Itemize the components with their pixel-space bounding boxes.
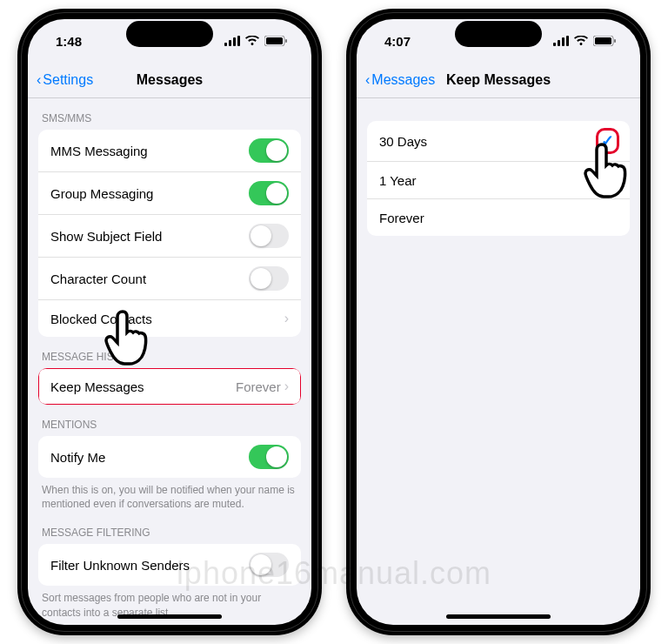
chevron-left-icon: ‹ (37, 72, 41, 88)
row-label: Forever (379, 211, 424, 225)
section-footer-notify: When this is on, you will be notified wh… (28, 478, 311, 513)
row-label: Filter Unknown Senders (50, 558, 190, 573)
row-option-30days[interactable]: 30 Days ✓ (367, 121, 630, 161)
chevron-right-icon: › (284, 311, 289, 326)
phone-left-frame: 1:48 ‹ Settings Messages SMS/MMS MM (17, 9, 322, 635)
nav-bar: ‹ Settings Messages (28, 63, 311, 98)
row-option-forever[interactable]: Forever (367, 198, 630, 236)
toggle-charcount[interactable] (249, 266, 289, 291)
toggle-mms[interactable] (249, 138, 289, 163)
row-blocked-contacts[interactable]: Blocked Contacts › (38, 299, 301, 337)
row-keep-messages[interactable]: Keep Messages Forever › (38, 368, 301, 405)
status-time: 4:07 (384, 34, 411, 49)
row-label: 30 Days (379, 134, 427, 149)
back-label: Settings (43, 72, 93, 88)
signal-icon (224, 36, 240, 46)
chevron-left-icon: ‹ (365, 72, 370, 88)
battery-icon (593, 36, 616, 46)
row-option-1year[interactable]: 1 Year (367, 161, 630, 198)
row-label: Show Subject Field (50, 229, 162, 244)
back-label: Messages (371, 72, 435, 88)
row-label: Group Messaging (50, 186, 153, 201)
section-header-mentions: MENTIONS (28, 405, 311, 436)
section-header-audio: AUDIO MESSAGES (28, 621, 311, 625)
section-header-filter: MESSAGE FILTERING (28, 513, 311, 544)
wifi-icon (245, 36, 259, 46)
row-label: 1 Year (379, 173, 417, 188)
status-time: 1:48 (56, 34, 82, 49)
home-indicator[interactable] (446, 614, 551, 619)
row-notify-me[interactable]: Notify Me (38, 436, 301, 478)
row-group-messaging[interactable]: Group Messaging (38, 171, 301, 214)
row-filter-unknown[interactable]: Filter Unknown Senders (38, 544, 301, 586)
dynamic-island (126, 21, 213, 47)
home-indicator[interactable] (117, 614, 222, 619)
back-button[interactable]: ‹ Settings (37, 72, 93, 88)
wifi-icon (574, 36, 588, 46)
back-button[interactable]: ‹ Messages (365, 72, 435, 88)
nav-bar: ‹ Messages Keep Messages (357, 63, 640, 98)
toggle-group[interactable] (249, 181, 289, 205)
row-mms-messaging[interactable]: MMS Messaging (38, 130, 301, 171)
row-character-count[interactable]: Character Count (38, 257, 301, 299)
section-header-history: MESSAGE HISTORY (28, 337, 311, 368)
row-label: Character Count (50, 272, 146, 286)
phone-right-frame: 4:07 ‹ Messages Keep Messages 30 Days (346, 9, 651, 635)
toggle-subject[interactable] (249, 224, 289, 248)
dynamic-island (455, 21, 542, 47)
row-value: Forever (236, 379, 281, 394)
section-header-sms: SMS/MMS (28, 98, 311, 130)
battery-icon (264, 36, 287, 46)
toggle-filter[interactable] (249, 553, 289, 577)
signal-icon (553, 36, 569, 46)
row-label: Keep Messages (50, 379, 144, 394)
chevron-right-icon: › (284, 379, 289, 394)
row-label: Notify Me (50, 450, 105, 465)
checkmark-icon: ✓ (598, 130, 618, 152)
toggle-notify[interactable] (249, 445, 289, 469)
row-label: MMS Messaging (50, 144, 148, 158)
row-label: Blocked Contacts (50, 312, 152, 326)
row-show-subject[interactable]: Show Subject Field (38, 214, 301, 257)
